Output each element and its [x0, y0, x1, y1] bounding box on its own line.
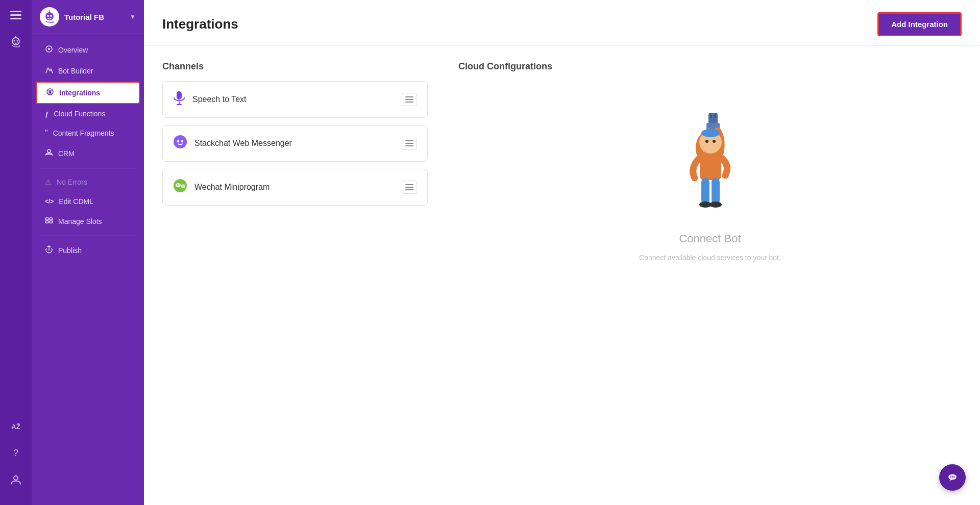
svg-point-7	[14, 476, 18, 480]
menu-line	[405, 102, 413, 103]
svg-point-38	[705, 140, 708, 143]
svg-point-25	[176, 183, 181, 187]
nav-divider-2	[40, 236, 136, 236]
svg-point-21	[174, 135, 187, 148]
sidebar-item-content-fragments[interactable]: " Content Fragments	[36, 123, 140, 143]
menu-line	[405, 187, 413, 188]
menu-line	[405, 145, 413, 146]
svg-point-29	[182, 186, 183, 187]
sidebar-item-bot-builder-label: Bot Builder	[58, 67, 93, 75]
microphone-icon	[173, 91, 185, 108]
svg-point-10	[50, 15, 52, 17]
channel-name-stackchat: Stackchat Web Messenger	[194, 139, 292, 148]
channel-card-speech-to-text[interactable]: Speech to Text	[162, 81, 428, 118]
svg-rect-19	[50, 221, 53, 223]
stackchat-icon	[173, 135, 187, 152]
svg-point-4	[14, 40, 15, 42]
overview-icon	[45, 45, 53, 55]
channel-menu-speech-to-text[interactable]	[402, 93, 417, 106]
svg-rect-20	[177, 91, 182, 99]
svg-point-37	[701, 129, 720, 137]
publish-icon	[45, 245, 53, 256]
sidebar-item-crm[interactable]: CRM	[36, 143, 140, 164]
sidebar-item-overview[interactable]: Overview	[36, 40, 140, 60]
svg-rect-34	[714, 114, 716, 118]
channel-list: Speech to Text	[162, 81, 428, 206]
svg-point-39	[713, 140, 716, 143]
bot-builder-icon	[45, 66, 53, 76]
channel-left-wechat: Wechat Miniprogram	[173, 179, 270, 196]
channel-menu-wechat[interactable]	[402, 181, 417, 194]
connect-bot-description: Connect available cloud services to your…	[639, 254, 781, 262]
svg-point-6	[15, 36, 16, 37]
sidebar-item-manage-slots-label: Manage Slots	[58, 217, 102, 225]
manage-slots-icon	[45, 216, 53, 226]
svg-rect-0	[10, 11, 21, 12]
svg-point-22	[177, 140, 179, 142]
svg-point-30	[183, 186, 184, 187]
svg-point-27	[177, 184, 178, 185]
svg-point-13	[48, 48, 50, 50]
menu-line	[405, 189, 413, 190]
channel-card-wechat[interactable]: Wechat Miniprogram	[162, 169, 428, 206]
sidebar-item-cloud-functions[interactable]: ƒ Cloud Functions	[36, 105, 140, 123]
sidebar-item-bot-builder[interactable]: Bot Builder	[36, 61, 140, 81]
svg-rect-41	[712, 178, 720, 205]
svg-point-43	[709, 201, 722, 208]
channels-section: Channels Speech to Text	[162, 61, 428, 490]
main-content: Integrations Add Integration Channels	[144, 0, 980, 505]
wechat-icon	[173, 179, 187, 196]
help-icon[interactable]: ?	[7, 444, 25, 462]
robot-small-icon[interactable]	[7, 33, 25, 51]
channel-name-speech-to-text: Speech to Text	[192, 95, 247, 104]
menu-line	[405, 184, 413, 185]
menu-line	[405, 143, 413, 144]
sidebar-item-cloud-functions-label: Cloud Functions	[54, 110, 105, 118]
add-integration-button[interactable]: Add Integration	[877, 12, 962, 36]
sidebar-item-integrations-label: Integrations	[59, 89, 100, 97]
sidebar-item-publish[interactable]: Publish	[36, 240, 140, 261]
cloud-section-title: Cloud Configurations	[458, 61, 962, 72]
svg-point-23	[181, 140, 183, 142]
chat-bubble-button[interactable]	[939, 464, 966, 491]
menu-line	[405, 140, 413, 141]
svg-rect-2	[10, 18, 21, 19]
svg-rect-17	[50, 218, 53, 220]
svg-point-15	[47, 149, 51, 153]
no-errors-icon: ⚠	[45, 178, 52, 187]
integrations-icon	[46, 88, 54, 98]
menu-line	[405, 99, 413, 100]
lines-icon[interactable]	[7, 6, 25, 24]
svg-point-5	[17, 40, 18, 42]
svg-rect-40	[701, 178, 709, 205]
sidebar-item-integrations[interactable]: Integrations	[36, 82, 140, 104]
content-fragments-icon: "	[45, 129, 48, 138]
sidebar-header: Tutorial FB ▼	[32, 0, 144, 34]
sidebar-item-edit-cdml-label: Edit CDML	[59, 197, 93, 206]
channel-menu-stackchat[interactable]	[402, 137, 417, 150]
svg-rect-16	[45, 218, 48, 220]
svg-point-46	[950, 476, 951, 477]
translate-icon[interactable]: AŽ	[7, 417, 25, 436]
edit-cdml-icon: </>	[45, 198, 54, 205]
crm-icon	[45, 148, 53, 159]
sidebar-item-manage-slots[interactable]: Manage Slots	[36, 211, 140, 232]
cloud-functions-icon: ƒ	[45, 110, 48, 118]
sidebar-item-no-errors-label: No Errors	[57, 178, 87, 186]
channel-card-stackchat[interactable]: Stackchat Web Messenger	[162, 125, 428, 162]
channel-left-speech: Speech to Text	[173, 91, 247, 108]
svg-rect-33	[710, 114, 712, 118]
svg-point-14	[49, 91, 52, 93]
svg-point-48	[953, 476, 954, 477]
connect-bot-illustration	[667, 112, 753, 224]
main-header: Integrations Add Integration	[144, 0, 980, 46]
svg-point-26	[181, 185, 185, 188]
svg-rect-18	[45, 221, 48, 223]
user-account-icon[interactable]	[7, 470, 25, 489]
sidebar-title: Tutorial FB	[64, 13, 125, 21]
sidebar-item-edit-cdml[interactable]: </> Edit CDML	[36, 192, 140, 211]
chevron-down-icon: ▼	[130, 13, 136, 20]
sidebar-item-content-fragments-label: Content Fragments	[53, 129, 114, 137]
channels-section-title: Channels	[162, 61, 428, 72]
sidebar-item-overview-label: Overview	[58, 46, 88, 54]
